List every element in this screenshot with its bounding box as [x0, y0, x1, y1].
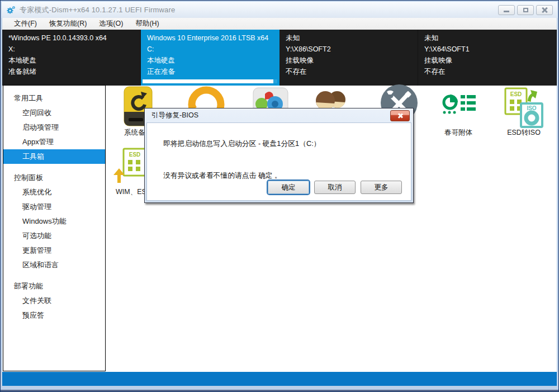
svg-text:ISO: ISO: [527, 105, 536, 111]
dialog-message-2: 没有异议或者看不懂的请点击 确定 。: [163, 171, 282, 181]
session-progress-bar: [143, 79, 277, 83]
dialog-message-1: 即将把启动信息写入启动分区 - 硬盘1分区1（C:）: [163, 139, 321, 149]
sidebar-group-control-panel: 控制面板: [3, 171, 105, 185]
sidebar: 常用工具 空间回收 启动项管理 Appx管理 工具箱 控制面板 系统优化 驱动管…: [3, 85, 106, 371]
dialog-close-icon: [397, 113, 403, 119]
close-button[interactable]: [536, 5, 553, 15]
sidebar-item-driver-manager[interactable]: 驱动管理: [3, 200, 105, 214]
sidebar-group-common-tools: 常用工具: [3, 91, 105, 106]
svg-text:ESD: ESD: [510, 91, 522, 97]
esd-to-iso-icon: ESD ISO: [504, 87, 544, 128]
tool-chunge-futi[interactable]: 春哥附体: [426, 86, 491, 141]
sidebar-item-appx-manager[interactable]: Appx管理: [3, 135, 105, 149]
sidebar-item-file-association[interactable]: 文件关联: [3, 294, 105, 308]
dialog-body: 即将把启动信息写入启动分区 - 硬盘1分区1（C:） 没有异议或者看不懂的请点击…: [146, 122, 411, 201]
pie-list-icon: [440, 92, 476, 118]
session-column-active[interactable]: Windows 10 Enterprise 2016 LTSB x64 C: 本…: [141, 30, 280, 86]
sidebar-item-startup-manager[interactable]: 启动项管理: [3, 120, 105, 135]
minimize-icon: [504, 11, 509, 12]
close-icon: [542, 7, 547, 13]
cancel-button[interactable]: 取消: [314, 181, 356, 194]
global-progress-bar: [2, 372, 557, 386]
dialog-close-button[interactable]: [390, 110, 410, 121]
sidebar-item-toolbox[interactable]: 工具箱: [3, 149, 105, 164]
dialog-title: 引导修复-BIOS: [151, 111, 198, 120]
maximize-icon: [523, 8, 528, 12]
tool-label: 春哥附体: [426, 128, 491, 138]
menubar: 文件(F) 恢复功能(R) 选项(O) 帮助(H): [2, 18, 557, 30]
app-gear-icon: [6, 6, 16, 15]
maximize-button[interactable]: [517, 5, 534, 15]
menu-recovery[interactable]: 恢复功能(R): [43, 18, 93, 30]
window-title: 专家模式-Dism++x64 10.1.27.1 UEFI Firmware: [20, 5, 176, 15]
session-column-soft2[interactable]: 未知 Y:\X86\SOFT2 挂载映像 不存在: [280, 30, 418, 86]
minimize-button[interactable]: [498, 5, 515, 15]
sidebar-item-optional-features[interactable]: 可选功能: [3, 229, 105, 243]
tool-label: ESD转ISO: [491, 128, 556, 138]
boot-repair-dialog: 引导修复-BIOS 即将把启动信息写入启动分区 - 硬盘1分区1（C:） 没有异…: [144, 108, 414, 203]
sidebar-item-system-optimize[interactable]: 系统优化: [3, 185, 105, 200]
dialog-titlebar: 引导修复-BIOS: [145, 108, 413, 122]
session-column-soft1[interactable]: 未知 Y:\X64\SOFT1 挂载映像 不存在: [418, 30, 557, 86]
ok-button[interactable]: 确定: [268, 181, 309, 194]
sidebar-item-region-language[interactable]: 区域和语言: [3, 258, 105, 272]
image-session-header: *Windows PE 10.0.14393.0 x64 X: 本地硬盘 准备就…: [2, 30, 557, 86]
sidebar-item-windows-features[interactable]: Windows功能: [3, 214, 105, 229]
more-button[interactable]: 更多: [361, 181, 402, 194]
menu-help[interactable]: 帮助(H): [129, 18, 165, 30]
menu-file[interactable]: 文件(F): [8, 18, 43, 30]
sidebar-group-deployment: 部署功能: [3, 279, 105, 294]
session-column-winpe[interactable]: *Windows PE 10.0.14393.0 x64 X: 本地硬盘 准备就…: [2, 30, 141, 86]
sidebar-item-update-manager[interactable]: 更新管理: [3, 243, 105, 258]
tool-esd-to-iso[interactable]: ESD ISO ESD转ISO: [491, 86, 556, 141]
sidebar-item-unattend[interactable]: 预应答: [3, 308, 105, 323]
sidebar-item-space-reclaim[interactable]: 空间回收: [3, 106, 105, 120]
svg-text:ESD: ESD: [129, 152, 141, 158]
titlebar: 专家模式-Dism++x64 10.1.27.1 UEFI Firmware: [2, 2, 557, 18]
menu-options[interactable]: 选项(O): [93, 18, 129, 30]
